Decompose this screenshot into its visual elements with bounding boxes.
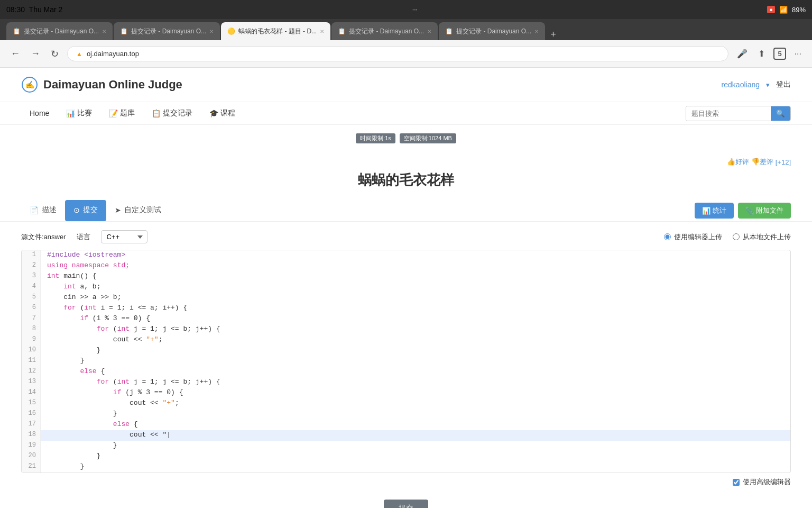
line-code: } — [41, 346, 790, 356]
line-number: 16 — [22, 409, 41, 420]
tab-2-close[interactable]: ✕ — [209, 29, 214, 34]
stats-button[interactable]: 📊 统计 — [695, 203, 734, 219]
browser-tab-bar: 📋 提交记录 - Daimayuan O... ✕ 📋 提交记录 - Daima… — [0, 19, 812, 40]
nav-course[interactable]: 🎓 课程 — [201, 102, 244, 124]
tab-describe[interactable]: 📄 描述 — [21, 200, 65, 221]
submit-row: 源文件:answer 语言 C++ C Java Python3 Go 使用编辑… — [21, 230, 791, 243]
nav-submit[interactable]: 📋 提交记录 — [143, 102, 201, 124]
problem-title: 蜗蜗的毛衣花样 — [0, 167, 812, 200]
code-line-19: 19 } — [22, 441, 790, 451]
logo-icon: ✍ — [21, 76, 38, 93]
page-content: ✍ Daimayuan Online Judge redkaoliang ▾ 登… — [0, 68, 812, 508]
line-code: } — [41, 409, 790, 420]
tab-3-favicon: 🟡 — [227, 28, 235, 35]
attach-file-button[interactable]: 📎 附加文件 — [738, 203, 791, 219]
custom-test-icon: ➤ — [115, 206, 121, 214]
mem-limit-badge: 空间限制:1024 MB — [400, 133, 456, 143]
line-code: cout << "+"; — [41, 398, 790, 409]
svg-text:✍: ✍ — [25, 80, 35, 89]
tab-3-active[interactable]: 🟡 蜗蜗的毛衣花样 - 题目 - D... ✕ — [221, 22, 330, 40]
tab-custom-test[interactable]: ➤ 自定义测试 — [106, 200, 170, 221]
line-code: cout << "+"; — [41, 335, 790, 346]
tab-1-close[interactable]: ✕ — [102, 29, 106, 34]
tab-actions: 📊 统计 📎 附加文件 — [695, 203, 791, 219]
browser-topbar: 08:30 Thu Mar 2 ··· ● 📶 89% — [0, 0, 812, 19]
attach-icon: 📎 — [745, 207, 754, 215]
mic-button[interactable]: 🎤 — [735, 47, 750, 61]
line-number: 6 — [22, 303, 41, 314]
line-code: int a, b; — [41, 282, 790, 293]
tab-3-close[interactable]: ✕ — [320, 29, 324, 34]
language-select[interactable]: C++ C Java Python3 Go — [101, 230, 147, 243]
vote-dislike-button[interactable]: 👎差评 — [751, 157, 773, 167]
code-line-4: 4 int a, b; — [22, 282, 790, 293]
tab-5-favicon: 📋 — [445, 28, 453, 35]
line-code: else { — [41, 367, 790, 377]
upload-local-option[interactable]: 从本地文件上传 — [733, 232, 791, 242]
forward-button[interactable]: → — [29, 46, 42, 61]
nav-items: Home 📊 比赛 📝 题库 📋 提交记录 🎓 课程 — [21, 102, 244, 124]
back-button[interactable]: ← — [8, 46, 22, 61]
line-code: cout << "| — [41, 430, 790, 441]
tab-4-favicon: 📋 — [338, 28, 346, 35]
tab-submit[interactable]: ⊙ 提交 — [65, 200, 106, 221]
line-number: 20 — [22, 451, 41, 462]
nav-problem[interactable]: 📝 题库 — [100, 102, 143, 124]
editor-footer: 使用高级编辑器 — [0, 473, 812, 491]
submit-button[interactable]: 提交 — [384, 500, 428, 508]
tab-4-close[interactable]: ✕ — [427, 29, 431, 34]
upload-local-radio[interactable] — [733, 233, 740, 240]
nav-home[interactable]: Home — [21, 102, 58, 124]
refresh-button[interactable]: ↻ — [49, 46, 61, 62]
tab-5-close[interactable]: ✕ — [534, 29, 539, 34]
search-box: 🔍 — [686, 106, 791, 121]
nav-contest[interactable]: 📊 比赛 — [58, 102, 100, 124]
tab-5[interactable]: 📋 提交记录 - Daimayuan O... ✕ — [439, 22, 545, 40]
upload-editor-radio[interactable] — [664, 233, 671, 240]
user-dropdown-icon[interactable]: ▾ — [766, 81, 770, 89]
upload-editor-option[interactable]: 使用编辑器上传 — [664, 232, 722, 242]
browser-status-icons: ● 📶 89% — [767, 6, 806, 14]
submit-area: 源文件:answer 语言 C++ C Java Python3 Go 使用编辑… — [0, 230, 812, 243]
line-number: 12 — [22, 367, 41, 377]
vote-area: 👍好评 👎差评 [+12] — [0, 157, 812, 167]
vote-like-button[interactable]: 👍好评 — [727, 157, 749, 167]
search-input[interactable] — [686, 106, 771, 121]
user-name[interactable]: redkaoliang — [722, 80, 760, 89]
tab-4[interactable]: 📋 提交记录 - Daimayuan O... ✕ — [331, 22, 438, 40]
advanced-editor-label: 使用高级编辑器 — [743, 477, 791, 487]
tab-1[interactable]: 📋 提交记录 - Daimayuan O... ✕ — [6, 22, 113, 40]
tab-2[interactable]: 📋 提交记录 - Daimayuan O... ✕ — [114, 22, 220, 40]
code-line-21: 21 } — [22, 462, 790, 473]
line-number: 1 — [22, 250, 41, 261]
code-line-17: 17 else { — [22, 420, 790, 430]
lang-label: 语言 — [77, 232, 90, 242]
address-bar[interactable]: ▲ oj.daimayuan.top — [67, 46, 728, 61]
line-code: if (j % 3 == 0) { — [41, 388, 790, 398]
code-line-8: 8 for (int j = 1; j <= b; j++) { — [22, 324, 790, 335]
line-number: 7 — [22, 314, 41, 324]
share-button[interactable]: ⬆ — [756, 47, 767, 61]
line-number: 10 — [22, 346, 41, 356]
code-editor[interactable]: 1#include <iostream>2using namespace std… — [21, 250, 791, 473]
new-tab-button[interactable]: + — [546, 29, 560, 40]
tab-5-label: 提交记录 - Daimayuan O... — [456, 27, 531, 36]
contest-icon: 📊 — [66, 109, 75, 117]
line-number: 18 — [22, 430, 41, 441]
logout-button[interactable]: 登出 — [776, 80, 791, 89]
tabs-count-button[interactable]: 5 — [773, 48, 786, 60]
search-button[interactable]: 🔍 — [771, 106, 790, 121]
line-number: 15 — [22, 398, 41, 409]
code-line-14: 14 if (j % 3 == 0) { — [22, 388, 790, 398]
line-code: using namespace std; — [41, 261, 790, 271]
advanced-editor-checkbox[interactable] — [733, 479, 740, 486]
code-line-13: 13 for (int j = 1; j <= b; j++) { — [22, 377, 790, 388]
line-number: 8 — [22, 324, 41, 335]
code-line-5: 5 cin >> a >> b; — [22, 293, 790, 303]
code-line-11: 11 } — [22, 356, 790, 367]
browser-time: 08:30 Thu Mar 2 — [6, 5, 62, 14]
more-button[interactable]: ··· — [792, 47, 804, 61]
header-user: redkaoliang ▾ 登出 — [722, 80, 791, 89]
code-line-7: 7 if (i % 3 == 0) { — [22, 314, 790, 324]
tab-3-label: 蜗蜗的毛衣花样 - 题目 - D... — [238, 27, 317, 36]
